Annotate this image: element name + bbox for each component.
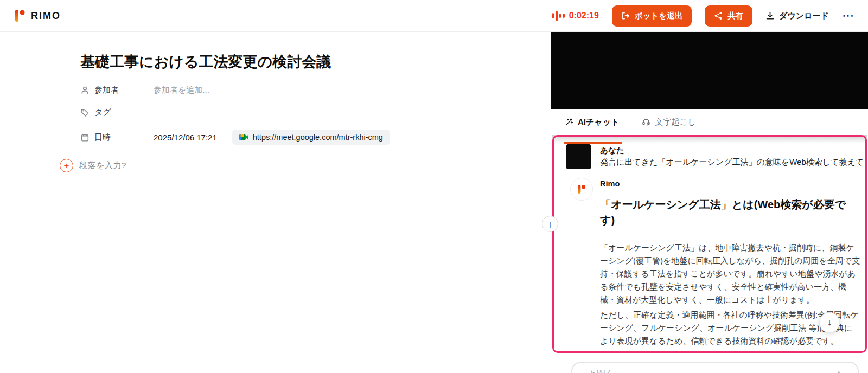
- tags-label: タグ: [80, 107, 154, 118]
- google-meet-icon: [239, 133, 248, 141]
- share-icon: [714, 11, 723, 20]
- bot-paragraph: 「オールケーシング工法」は、地中障害撤去や杭・掘削時に、鋼製ケーシング(覆工管)…: [600, 241, 860, 306]
- top-bar: RIMO 0:02:19 ボットを退出 共有: [0, 0, 868, 32]
- datetime-label: 日時: [80, 132, 154, 143]
- person-icon: [80, 86, 90, 95]
- participants-input[interactable]: 参加者を追加...: [154, 85, 209, 95]
- waveform-icon: [552, 10, 565, 21]
- page-title[interactable]: 基礎工事における工法変更の検討会議: [80, 52, 331, 72]
- rimo-avatar: [570, 178, 593, 201]
- rimo-logo[interactable]: RIMO: [14, 9, 61, 23]
- panel-resize-handle[interactable]: |: [542, 216, 558, 232]
- plus-circle-icon: +: [60, 159, 73, 172]
- right-panel: AIチャット 文字起こし あなた 発言に出てきた「オールケーシング工法」の意味を…: [551, 32, 868, 373]
- chat-input-box[interactable]: と聞く ▲: [571, 362, 859, 373]
- datetime-value[interactable]: 2025/12/06 17:21: [154, 133, 217, 142]
- video-area[interactable]: [551, 32, 868, 109]
- send-button[interactable]: ▲: [835, 368, 843, 373]
- ai-chat-panel[interactable]: あなた 発言に出てきた「オールケーシング工法」の意味をWeb検索して教えて Ri…: [552, 135, 867, 353]
- more-menu-button[interactable]: ⋯: [842, 10, 854, 22]
- tab-ai-chat-label: AIチャット: [578, 117, 619, 127]
- download-button[interactable]: ダウンロード: [765, 11, 829, 21]
- panel-tabs: AIチャット 文字起こし: [551, 109, 868, 135]
- magic-wand-icon: [565, 118, 573, 126]
- meet-link-text: https://meet.google.com/mtr-rkhi-cmg: [253, 133, 383, 142]
- tag-icon: [80, 108, 90, 117]
- meet-link-chip[interactable]: https://meet.google.com/mtr-rkhi-cmg: [232, 130, 390, 145]
- rimo-logo-icon: [14, 9, 26, 23]
- add-paragraph-field[interactable]: + 段落を入力?: [60, 159, 126, 172]
- tab-ai-chat[interactable]: AIチャット: [565, 117, 619, 127]
- top-actions: 0:02:19 ボットを退出 共有: [552, 5, 854, 27]
- calendar-icon: [80, 133, 90, 142]
- resize-grip-icon: |: [549, 220, 551, 228]
- tags-row: タグ: [80, 107, 154, 118]
- down-arrow-icon: ↓: [827, 318, 832, 327]
- exit-icon: [621, 11, 630, 20]
- exit-bot-label: ボットを退出: [635, 11, 682, 21]
- chat-input-text: と聞く: [589, 369, 614, 373]
- share-button[interactable]: 共有: [705, 5, 752, 27]
- timer-value: 0:02:19: [569, 11, 599, 21]
- participants-row: 参加者 参加者を追加...: [80, 85, 209, 95]
- tab-transcript-label: 文字起こし: [655, 117, 696, 127]
- recording-timer: 0:02:19: [552, 10, 599, 21]
- download-label: ダウンロード: [779, 11, 829, 21]
- download-icon: [765, 11, 775, 21]
- tab-transcript[interactable]: 文字起こし: [642, 117, 696, 127]
- bot-name: Rimo: [600, 179, 620, 188]
- share-label: 共有: [727, 11, 743, 21]
- rimo-logo-text: RIMO: [31, 10, 61, 22]
- paragraph-placeholder: 段落を入力?: [79, 160, 126, 171]
- exit-bot-button[interactable]: ボットを退出: [612, 5, 692, 27]
- bot-paragraph-clipped: ご希望があれば、この会議の文脈に合わせた適用可否や、代替工法との比較も整理します…: [600, 350, 860, 353]
- user-avatar: [566, 144, 591, 169]
- scroll-shadow: [552, 135, 867, 143]
- user-name: あなた: [600, 145, 624, 156]
- bot-answer-heading: 「オールケーシング工法」とは(Web検索が必要です): [600, 197, 860, 228]
- user-message: 発言に出てきた「オールケーシング工法」の意味をWeb検索して教えて: [600, 157, 866, 168]
- scroll-to-bottom-button[interactable]: ↓: [819, 312, 840, 333]
- transcript-icon: [642, 118, 650, 126]
- participants-label: 参加者: [80, 85, 154, 95]
- datetime-row: 日時 2025/12/06 17:21 https://meet.google.…: [80, 130, 390, 145]
